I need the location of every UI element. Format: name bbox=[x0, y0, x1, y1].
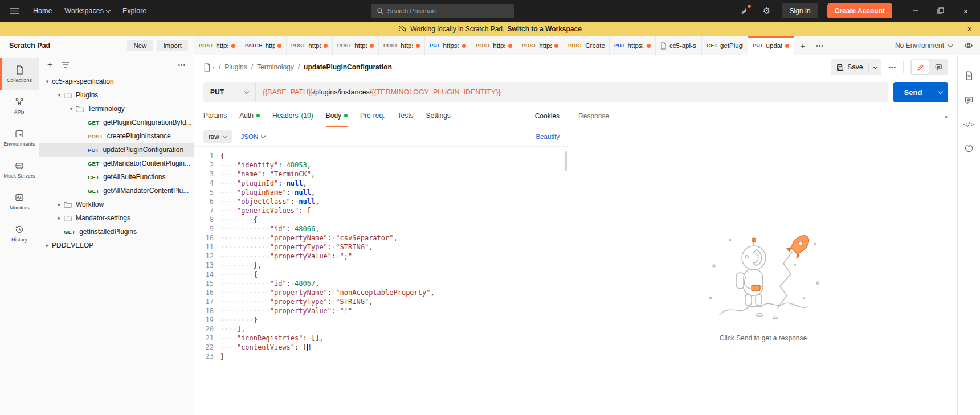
nav-workspaces[interactable]: Workspaces bbox=[64, 7, 110, 15]
code-line[interactable]: ····"identity":·48053, bbox=[220, 161, 569, 170]
sidebar-item-history[interactable]: History bbox=[0, 217, 39, 249]
filter-icon[interactable] bbox=[62, 61, 70, 68]
tree-item[interactable]: ▾cc5-api-specification bbox=[39, 75, 194, 88]
tree-caret-icon[interactable]: ▸ bbox=[55, 215, 64, 221]
code-line[interactable]: ············"propertyValue":·"!" bbox=[220, 306, 569, 315]
comments-button[interactable] bbox=[930, 60, 947, 74]
tree-item[interactable]: ▾Plugins bbox=[39, 88, 194, 102]
tree-item[interactable]: GETgetAllSuiteFunctions bbox=[39, 170, 194, 184]
url-input[interactable]: {{BASE_PATH}}/plugins/instances/{{TERMIN… bbox=[256, 88, 508, 96]
edit-mode-button[interactable] bbox=[912, 60, 929, 74]
request-tab[interactable]: PUTupdate bbox=[748, 36, 794, 55]
request-tab[interactable]: PUThttps:// bbox=[610, 36, 656, 55]
tab-options-button[interactable]: ••• bbox=[811, 36, 828, 55]
code-line[interactable]: ············"propertyName":·"nonAcceptab… bbox=[220, 288, 569, 297]
body-code-editor[interactable]: 1234567891011121314151617181920212223 {·… bbox=[194, 146, 569, 415]
request-tab-headers[interactable]: Headers(10) bbox=[272, 105, 313, 127]
collapse-response-icon[interactable]: ▸ bbox=[945, 113, 948, 120]
request-name[interactable]: updatePluginConfiguration bbox=[304, 63, 392, 71]
breadcrumb-item-plugins[interactable]: Plugins bbox=[224, 63, 247, 71]
body-mode-selector[interactable]: raw bbox=[203, 130, 232, 143]
request-tab-params[interactable]: Params bbox=[203, 105, 227, 127]
sign-in-button[interactable]: Sign In bbox=[782, 3, 818, 18]
window-minimize-button[interactable] bbox=[909, 5, 922, 17]
sidebar-item-apis[interactable]: APIs bbox=[0, 90, 39, 122]
tree-item[interactable]: GETgetMandatorContentPlugin... bbox=[39, 157, 194, 170]
environment-quick-look-icon[interactable] bbox=[964, 42, 973, 50]
request-tab-body[interactable]: Body bbox=[326, 105, 348, 127]
tree-item[interactable]: ▸PDDEVELOP bbox=[39, 239, 194, 252]
editor-scrollbar[interactable] bbox=[565, 151, 567, 410]
code-line[interactable]: ········{ bbox=[220, 270, 569, 279]
request-tab[interactable]: POSThttps: bbox=[471, 36, 517, 55]
tree-item[interactable]: ▾Terminology bbox=[39, 102, 194, 116]
code-line[interactable]: ····], bbox=[220, 324, 569, 334]
code-line[interactable]: ············"id":·48066, bbox=[220, 224, 569, 233]
nav-home[interactable]: Home bbox=[33, 7, 52, 15]
documentation-icon[interactable] bbox=[965, 71, 973, 80]
code-line[interactable]: ············"propertyValue":·";" bbox=[220, 252, 569, 261]
open-new-tab-button[interactable]: + bbox=[794, 36, 811, 55]
code-content[interactable]: {····"identity":·48053,····"name":·"Term… bbox=[220, 151, 569, 415]
send-button[interactable]: Send bbox=[893, 82, 948, 102]
request-tab-tests[interactable]: Tests bbox=[397, 105, 413, 127]
tree-caret-icon[interactable]: ▸ bbox=[43, 243, 52, 248]
request-tab[interactable]: cc5-api-s bbox=[656, 36, 702, 55]
tree-item[interactable]: GETgetAllMandatorContentPlu... bbox=[39, 184, 194, 198]
new-button[interactable]: New bbox=[127, 40, 153, 51]
request-tab[interactable]: GETgetPlugin bbox=[702, 36, 748, 55]
settings-gear-icon[interactable]: ⚙ bbox=[760, 5, 773, 17]
request-tab[interactable]: PATCHhttps bbox=[240, 36, 287, 55]
body-language-selector[interactable]: JSON bbox=[241, 133, 266, 140]
code-line[interactable]: ········{ bbox=[220, 215, 569, 224]
request-tab[interactable]: POSTCreateP bbox=[564, 36, 610, 55]
code-line[interactable]: ····"name":·"TerminCK", bbox=[220, 170, 569, 179]
import-button[interactable]: Import bbox=[157, 40, 188, 51]
tree-item[interactable]: GETgetPluginConfigurationById... bbox=[39, 116, 194, 129]
tree-caret-icon[interactable]: ▾ bbox=[67, 106, 76, 112]
window-maximize-button[interactable] bbox=[934, 5, 947, 17]
method-selector[interactable]: PUT bbox=[203, 82, 256, 102]
tree-item[interactable]: POSTcreatePluginInstance bbox=[39, 129, 194, 143]
request-more-actions[interactable]: ••• bbox=[888, 64, 896, 71]
code-line[interactable]: ····"genericValues":·[ bbox=[220, 206, 569, 215]
code-line[interactable]: ············"propertyType":·"STRING", bbox=[220, 243, 569, 252]
request-tab-prereq[interactable]: Pre-req. bbox=[360, 105, 385, 127]
tree-item[interactable]: GETgetInstalledPlugins bbox=[39, 225, 194, 239]
code-line[interactable]: { bbox=[220, 151, 569, 161]
code-line[interactable]: ····"iconRegistries":·[], bbox=[220, 334, 569, 343]
capture-requests-icon[interactable] bbox=[738, 5, 751, 17]
tree-caret-icon[interactable]: ▸ bbox=[55, 202, 64, 207]
code-line[interactable]: ········}, bbox=[220, 261, 569, 270]
search-input[interactable]: Search Postman bbox=[371, 4, 514, 18]
collection-file-icon[interactable]: ▾ bbox=[203, 63, 215, 72]
code-line[interactable]: ········} bbox=[220, 315, 569, 324]
create-account-button[interactable]: Create Account bbox=[827, 3, 892, 18]
banner-close-icon[interactable]: × bbox=[967, 22, 972, 36]
switch-workspace-link[interactable]: Switch to a Workspace bbox=[507, 25, 581, 33]
breadcrumb-item-terminology[interactable]: Terminology bbox=[257, 63, 294, 71]
window-close-button[interactable]: × bbox=[959, 5, 972, 17]
code-line[interactable]: ····"pluginId":·null, bbox=[220, 179, 569, 188]
request-tab[interactable]: POSThttps: bbox=[517, 36, 564, 55]
request-tab[interactable]: POSThttps: bbox=[194, 36, 240, 55]
comments-panel-icon[interactable] bbox=[965, 96, 973, 105]
request-tab[interactable]: POSThttps: bbox=[379, 36, 425, 55]
code-snippet-icon[interactable]: </> bbox=[963, 121, 975, 128]
request-tab[interactable]: PUThttps:// bbox=[425, 36, 471, 55]
code-line[interactable]: } bbox=[220, 352, 569, 361]
sidebar-item-monitors[interactable]: Monitors bbox=[0, 186, 39, 217]
collections-more-actions[interactable]: ••• bbox=[178, 62, 186, 68]
code-line[interactable]: ····"contentViews":·[] bbox=[220, 343, 569, 352]
sidebar-item-environments[interactable]: Environments bbox=[0, 122, 39, 154]
save-button[interactable]: Save bbox=[831, 59, 881, 75]
environment-selector[interactable]: No Environment bbox=[895, 42, 952, 50]
add-collection-button[interactable]: + bbox=[47, 60, 52, 69]
code-line[interactable]: ············"id":·48067, bbox=[220, 279, 569, 288]
request-tab[interactable]: POSThttps: bbox=[333, 36, 379, 55]
request-tab-auth[interactable]: Auth bbox=[239, 105, 260, 127]
tree-item[interactable]: ▸Mandator-settings bbox=[39, 211, 194, 225]
code-line[interactable]: ····"objectClass":·null, bbox=[220, 197, 569, 206]
tree-item[interactable]: PUTupdatePluginConfiguration bbox=[39, 143, 194, 157]
request-tab-settings[interactable]: Settings bbox=[426, 105, 450, 127]
